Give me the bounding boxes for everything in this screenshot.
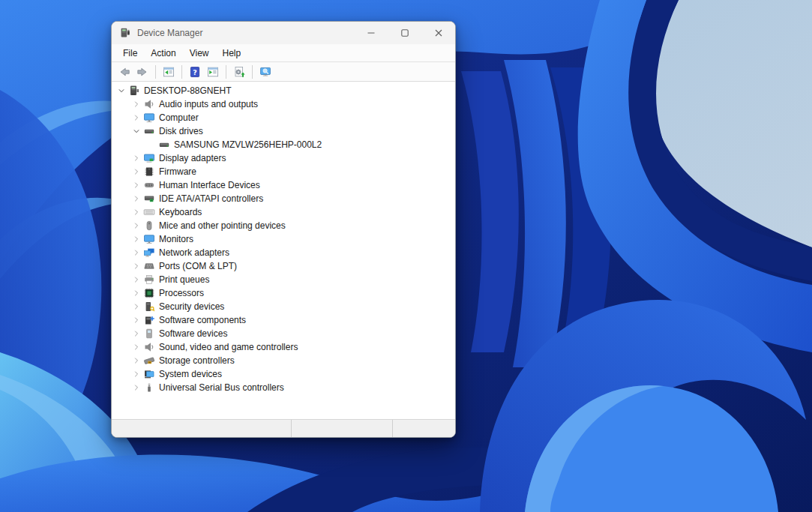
tree-row[interactable]: DESKTOP-88GNEHT bbox=[112, 84, 455, 97]
tree-row[interactable]: Human Interface Devices bbox=[112, 178, 455, 192]
chevron-right-icon[interactable] bbox=[131, 287, 142, 299]
ide-icon bbox=[143, 193, 155, 205]
status-segment bbox=[291, 420, 392, 437]
toolbar-separator bbox=[252, 65, 253, 79]
chevron-right-icon[interactable] bbox=[131, 314, 142, 326]
tree-item-label: Disk drives bbox=[159, 126, 203, 136]
chevron-down-icon[interactable] bbox=[131, 125, 142, 137]
tree-row[interactable]: Print queues bbox=[112, 273, 455, 286]
tree-row[interactable]: Processors bbox=[112, 286, 455, 300]
tree-row[interactable]: Software devices bbox=[112, 327, 455, 340]
tree-item-label: Computer bbox=[159, 112, 199, 123]
device-manager-window: Device Manager File Action View Help bbox=[111, 21, 456, 438]
tree-row[interactable]: Audio inputs and outputs bbox=[112, 97, 455, 111]
chevron-right-icon[interactable] bbox=[131, 193, 142, 205]
tree-item-label: DESKTOP-88GNEHT bbox=[144, 85, 231, 96]
display-adapter-icon bbox=[143, 152, 155, 164]
back-button[interactable] bbox=[116, 64, 133, 80]
chevron-right-icon[interactable] bbox=[131, 112, 142, 124]
tree-row[interactable]: Storage controllers bbox=[112, 354, 455, 367]
chevron-right-icon[interactable] bbox=[131, 206, 142, 218]
tree-row[interactable]: Software components bbox=[112, 313, 455, 327]
minimize-button[interactable] bbox=[354, 22, 388, 44]
maximize-icon bbox=[400, 28, 409, 37]
network-icon bbox=[143, 247, 155, 259]
toolbar: ? bbox=[112, 62, 455, 82]
system-icon bbox=[143, 368, 155, 380]
tree-item-label: SAMSUNG MZVLW256HEHP-000L2 bbox=[174, 139, 322, 150]
chevron-right-icon[interactable] bbox=[131, 368, 142, 380]
device-tree: DESKTOP-88GNEHTAudio inputs and outputsC… bbox=[112, 84, 455, 394]
tree-row[interactable]: Firmware bbox=[112, 165, 455, 178]
tree-item-label: Display adapters bbox=[159, 153, 226, 163]
tree-item-label: Monitors bbox=[159, 234, 193, 244]
menu-item-view[interactable]: View bbox=[183, 46, 216, 61]
status-bar bbox=[112, 419, 455, 437]
tree-item-label: Print queues bbox=[159, 274, 209, 285]
status-segment bbox=[112, 420, 291, 437]
toolbar-separator bbox=[155, 65, 156, 79]
chevron-right-icon[interactable] bbox=[131, 301, 142, 313]
cpu-icon bbox=[143, 287, 155, 299]
tree-item-label: System devices bbox=[159, 369, 222, 379]
menu-item-file[interactable]: File bbox=[116, 46, 144, 61]
tree-item-label: Software components bbox=[159, 315, 246, 325]
chevron-right-icon[interactable] bbox=[131, 179, 142, 191]
scan-for-hardware-changes-button[interactable] bbox=[231, 64, 247, 80]
software-device-icon bbox=[143, 328, 155, 340]
help-button[interactable]: ? bbox=[187, 64, 203, 80]
tree-item-label: Audio inputs and outputs bbox=[159, 99, 258, 109]
chevron-spacer bbox=[146, 139, 157, 151]
tree-row[interactable]: Ports (COM & LPT) bbox=[112, 259, 455, 273]
search-computer-button[interactable] bbox=[257, 64, 274, 80]
tree-row[interactable]: Network adapters bbox=[112, 246, 455, 259]
tree-item-label: Security devices bbox=[159, 301, 224, 312]
chevron-right-icon[interactable] bbox=[131, 247, 142, 259]
close-button[interactable] bbox=[421, 22, 455, 44]
maximize-button[interactable] bbox=[388, 22, 421, 44]
chevron-right-icon[interactable] bbox=[131, 328, 142, 340]
software-component-icon bbox=[143, 314, 155, 326]
tree-row[interactable]: Monitors bbox=[112, 232, 455, 246]
tree-item-label: IDE ATA/ATAPI controllers bbox=[159, 193, 263, 204]
tree-row[interactable]: Mice and other pointing devices bbox=[112, 219, 455, 232]
menu-item-action[interactable]: Action bbox=[144, 46, 182, 61]
chevron-right-icon[interactable] bbox=[131, 233, 142, 245]
action-pane-button[interactable] bbox=[205, 64, 221, 80]
chevron-right-icon[interactable] bbox=[131, 274, 142, 286]
tree-row[interactable]: Keyboards bbox=[112, 205, 455, 219]
chevron-right-icon[interactable] bbox=[131, 166, 142, 178]
chevron-right-icon[interactable] bbox=[131, 382, 142, 394]
tree-row[interactable]: Sound, video and game controllers bbox=[112, 340, 455, 354]
tree-row[interactable]: Display adapters bbox=[112, 151, 455, 165]
tree-row[interactable]: Universal Serial Bus controllers bbox=[112, 381, 455, 394]
desktop: Device Manager File Action View Help bbox=[0, 0, 812, 512]
tree-item-label: Processors bbox=[159, 288, 204, 298]
chevron-right-icon[interactable] bbox=[131, 341, 142, 353]
computer-icon bbox=[128, 85, 140, 97]
chevron-right-icon[interactable] bbox=[131, 152, 142, 164]
tree-row[interactable]: Disk drives bbox=[112, 124, 455, 138]
tree-row[interactable]: Computer bbox=[112, 111, 455, 124]
menu-item-help[interactable]: Help bbox=[216, 46, 248, 61]
monitor-icon bbox=[143, 112, 155, 124]
chevron-right-icon[interactable] bbox=[131, 260, 142, 272]
show-console-tree-button[interactable] bbox=[160, 64, 177, 80]
toolbar-separator bbox=[226, 65, 226, 79]
monitor-icon bbox=[143, 233, 155, 245]
chevron-right-icon[interactable] bbox=[131, 98, 142, 110]
disk-icon bbox=[158, 139, 170, 151]
status-segment bbox=[392, 420, 455, 437]
tree-row[interactable]: IDE ATA/ATAPI controllers bbox=[112, 192, 455, 205]
chevron-down-icon[interactable] bbox=[116, 85, 127, 97]
chevron-right-icon[interactable] bbox=[131, 220, 142, 232]
chevron-right-icon[interactable] bbox=[131, 355, 142, 367]
tree-row[interactable]: SAMSUNG MZVLW256HEHP-000L2 bbox=[112, 138, 455, 151]
tree-row[interactable]: Security devices bbox=[112, 300, 455, 313]
tree-item-label: Keyboards bbox=[159, 207, 202, 217]
tree-item-label: Universal Serial Bus controllers bbox=[159, 382, 284, 393]
tree-row[interactable]: System devices bbox=[112, 367, 455, 381]
firmware-icon bbox=[143, 166, 155, 178]
audio-icon bbox=[143, 98, 155, 110]
forward-button[interactable] bbox=[134, 64, 151, 80]
